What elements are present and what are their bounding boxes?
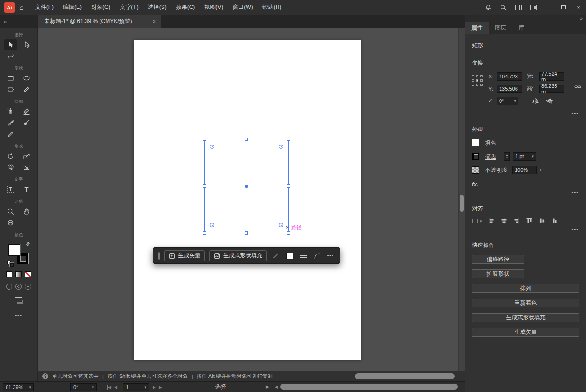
handle-n[interactable]: [245, 138, 248, 141]
handle-s[interactable]: [245, 231, 248, 235]
home-icon[interactable]: ⌂: [19, 3, 24, 12]
workspace-switcher-icon[interactable]: [526, 0, 541, 15]
corner-widget-bl[interactable]: [210, 223, 214, 227]
align-to-select[interactable]: ▾: [472, 218, 482, 224]
app-logo-icon[interactable]: Ai: [4, 2, 15, 13]
constrain-proportions-link-icon[interactable]: [574, 83, 581, 90]
arrange-documents-icon[interactable]: [511, 0, 526, 15]
paintbrush-tool[interactable]: [4, 117, 17, 128]
document-horizontal-scrollbar-thumb[interactable]: [280, 384, 458, 390]
stroke-weight-select[interactable]: 1 pt ▾: [513, 152, 536, 161]
rotate-tool[interactable]: [4, 151, 17, 161]
draw-inside-mode-icon[interactable]: [25, 284, 31, 290]
artboard-number-select[interactable]: 1 ▾: [123, 383, 149, 391]
offset-path-button[interactable]: 偏移路径: [472, 255, 524, 264]
menu-type[interactable]: 文字(T): [115, 0, 143, 15]
lasso-tool[interactable]: [4, 51, 17, 61]
corner-widget-tl[interactable]: [210, 145, 214, 149]
stroke-color-swatch[interactable]: [472, 153, 479, 160]
generate-vector-quick-button[interactable]: 生成矢量: [472, 328, 579, 337]
generative-shape-fill-button[interactable]: 生成式形状填充: [209, 250, 267, 261]
draw-behind-mode-icon[interactable]: [15, 284, 22, 290]
width-input[interactable]: 77.524 m: [539, 72, 564, 81]
taskbar-wand-button[interactable]: [271, 250, 280, 261]
rotation-select[interactable]: 0° ▾: [70, 383, 97, 391]
flip-horizontal-icon[interactable]: [532, 97, 539, 104]
rectangle-tool[interactable]: [4, 73, 17, 84]
menu-effect[interactable]: 效果(C): [171, 0, 200, 15]
selection-bounding-box[interactable]: [204, 139, 289, 233]
fill-swatch[interactable]: [8, 244, 20, 256]
scroll-left-icon[interactable]: ◀: [275, 385, 278, 389]
menu-view[interactable]: 视图(V): [200, 0, 228, 15]
minimize-button[interactable]: ─: [541, 0, 556, 15]
notifications-bell-icon[interactable]: [481, 0, 496, 15]
menu-object[interactable]: 对象(O): [86, 0, 115, 15]
draw-normal-mode-icon[interactable]: [6, 284, 12, 290]
color-swatch-icon[interactable]: [6, 271, 12, 277]
tab-properties[interactable]: 属性: [465, 22, 489, 34]
touch-type-tool[interactable]: T: [4, 184, 17, 195]
opacity-label-link[interactable]: 不透明度: [485, 166, 508, 174]
document-tab[interactable]: 未标题-1* @ 61.39 % (CMYK/预览) ×: [38, 15, 161, 28]
ellipse-tool[interactable]: [20, 73, 33, 84]
zoom-level-select[interactable]: 61.39% ▾: [3, 383, 34, 391]
menu-file[interactable]: 文件(F): [31, 0, 58, 15]
last-artboard-button[interactable]: ▶: [159, 385, 162, 390]
handle-sw[interactable]: [203, 231, 206, 235]
arrange-button[interactable]: 排列: [472, 284, 579, 293]
recolor-button[interactable]: 重新着色: [472, 299, 579, 307]
reference-point-locator[interactable]: [472, 75, 483, 108]
menu-edit[interactable]: 编辑(E): [58, 0, 86, 15]
opacity-select[interactable]: 100%: [512, 166, 537, 174]
center-point[interactable]: [245, 185, 248, 188]
gradient-swatch-icon[interactable]: [15, 271, 22, 277]
hand-tool[interactable]: [20, 206, 33, 217]
generative-shape-fill-quick-button[interactable]: 生成式形状填充: [472, 313, 579, 322]
taskbar-stroke-button[interactable]: [299, 250, 308, 261]
selection-tool[interactable]: [4, 39, 17, 50]
x-input[interactable]: 104.723: [497, 72, 522, 81]
menu-help[interactable]: 帮助(H): [258, 0, 286, 15]
menu-select[interactable]: 选择(S): [143, 0, 171, 15]
align-left-icon[interactable]: [488, 217, 495, 224]
align-horizontal-center-icon[interactable]: [501, 217, 508, 224]
align-vertical-center-icon[interactable]: [539, 217, 546, 224]
corner-widget-tr[interactable]: [279, 145, 283, 149]
rotate-view-tool[interactable]: [4, 217, 17, 228]
stroke-weight-stepper[interactable]: ▴ ▾: [504, 152, 510, 161]
horizontal-scrollbar-thumb[interactable]: [355, 373, 455, 379]
expand-shape-button[interactable]: 扩展形状: [472, 269, 524, 278]
free-transform-tool[interactable]: [20, 162, 33, 173]
rotation-angle-select[interactable]: 0° ▾: [497, 97, 518, 105]
height-input[interactable]: 86.235 m: [539, 85, 564, 93]
help-icon[interactable]: ?: [42, 373, 48, 379]
collapse-toolbar-icon[interactable]: «: [4, 18, 7, 25]
handle-se[interactable]: [287, 231, 290, 235]
stroke-label-link[interactable]: 描边: [485, 153, 496, 161]
eraser-tool[interactable]: [20, 106, 33, 117]
align-more-button[interactable]: •••: [472, 226, 578, 232]
default-fill-stroke-icon[interactable]: [7, 261, 14, 267]
handle-nw[interactable]: [203, 138, 206, 141]
handle-w[interactable]: [203, 184, 206, 188]
shaper-tool[interactable]: [20, 84, 33, 95]
align-top-icon[interactable]: [526, 217, 533, 224]
close-window-button[interactable]: ×: [571, 0, 586, 15]
vertical-scrollbar-thumb[interactable]: [460, 195, 464, 212]
tab-libraries[interactable]: 库: [512, 22, 530, 34]
opacity-flyout-icon[interactable]: ›: [540, 167, 541, 173]
fill-color-swatch[interactable]: [472, 139, 479, 146]
align-right-icon[interactable]: [513, 217, 520, 224]
taskbar-drag-handle[interactable]: [158, 252, 160, 260]
appearance-more-button[interactable]: •••: [472, 190, 578, 195]
taskbar-arc-button[interactable]: [312, 250, 321, 261]
stepper-down-icon[interactable]: ▾: [506, 156, 508, 159]
collapse-panel-icon[interactable]: »: [580, 15, 583, 21]
y-input[interactable]: 135.506: [497, 85, 522, 93]
close-tab-icon[interactable]: ×: [152, 18, 156, 25]
direct-selection-tool[interactable]: [20, 39, 33, 50]
effects-fx-button[interactable]: fx.: [472, 181, 579, 188]
canvas[interactable]: × 路径 生成矢量 生成式形状填充 •••: [38, 28, 465, 371]
align-bottom-icon[interactable]: [551, 217, 558, 224]
